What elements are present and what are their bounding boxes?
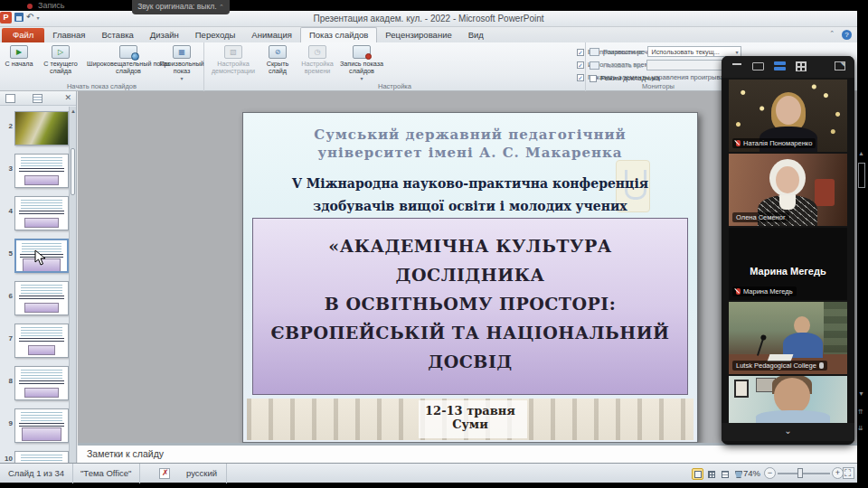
presenter-view-checkbox[interactable]: Режим докладчика	[590, 74, 660, 82]
spelling-status-icon[interactable]	[159, 468, 170, 479]
hide-slide-button[interactable]: ⊘ Скрыть слайд	[260, 45, 295, 76]
mouse-cursor	[34, 249, 47, 266]
checkbox-icon	[577, 61, 584, 69]
screen: Запись Звук оригинала: выкл. ⌃ Презентац…	[0, 0, 868, 488]
title-line: ЄВРОПЕЙСЬКІЙ ТА НАЦІОНАЛЬНИЙ	[253, 319, 687, 348]
slide-thumbnail[interactable]	[14, 408, 69, 443]
language-indicator[interactable]: русский	[177, 464, 227, 483]
group-start-slideshow: ▶ С начала ▷ С текущего слайда Широковещ…	[0, 42, 204, 91]
tab-transitions[interactable]: Переходы	[187, 28, 244, 42]
participant-video-tile[interactable]: Наталія Пономаренко	[729, 80, 847, 152]
custom-slideshow-button[interactable]: ▦ Произвольный показ ▾	[161, 45, 203, 81]
thumbnail-preview	[19, 296, 64, 301]
resolution-icon	[590, 48, 599, 56]
group-label: Мониторы	[586, 82, 731, 90]
zoom-slider-thumb[interactable]	[797, 468, 803, 478]
thumbnail-preview	[19, 380, 64, 386]
slide-sorter-view-button[interactable]	[705, 468, 717, 480]
reading-view-button[interactable]	[719, 468, 731, 480]
show-on-dropdown[interactable]: ▾	[646, 60, 733, 70]
chevron-down-icon: ⌄	[784, 426, 791, 436]
slide-thumbnail[interactable]	[14, 451, 69, 463]
conference-name: V Міжнародна науково-практична конференц…	[243, 173, 697, 217]
tab-review[interactable]: Рецензирование	[377, 28, 459, 42]
slides-tab-icon[interactable]	[5, 94, 15, 103]
thumbnail-preview	[21, 412, 62, 421]
close-pane-icon[interactable]: ✕	[64, 93, 71, 102]
normal-view-button[interactable]	[692, 468, 703, 480]
save-icon[interactable]	[14, 13, 24, 22]
next-slide-icon[interactable]: ⇊	[858, 425, 863, 432]
checkbox-icon	[590, 75, 597, 82]
participant-video-tile-camera-off[interactable]: Марина Мегедь Марина Мегедь	[729, 228, 847, 300]
from-beginning-button[interactable]: ▶ С начала	[2, 45, 36, 68]
tab-insert[interactable]: Вставка	[94, 28, 142, 42]
rehearse-timings-button[interactable]: ◷ Настройка времени	[297, 45, 338, 76]
participant-figure	[776, 96, 801, 125]
record-slideshow-button[interactable]: Запись показа слайдов ▾	[340, 45, 383, 81]
zoom-out-button[interactable]: −	[764, 467, 776, 479]
building-photo-strip: 12-13 травня Суми	[247, 399, 693, 440]
muted-mic-icon	[736, 288, 741, 295]
notes-area[interactable]: Заметки к слайду	[78, 443, 857, 463]
participant-name-badge: Lutsk Pedagogical College	[732, 361, 827, 371]
minimize-ribbon-icon[interactable]: ⌃	[829, 30, 835, 40]
gallery-view-icon[interactable]	[796, 61, 807, 71]
original-sound-toggle[interactable]: Звук оригинала: выкл. ⌃	[132, 0, 230, 14]
scrollbar-thumb[interactable]	[858, 163, 865, 188]
status-bar: Слайд 1 из 34 "Тема Office" русский 74% …	[0, 463, 857, 483]
show-on-icon	[590, 61, 599, 70]
outline-tab-icon[interactable]	[33, 94, 42, 103]
setup-slideshow-button[interactable]: ▧ Настройка демонстрации	[208, 45, 259, 76]
tab-home[interactable]: Главная	[44, 28, 93, 42]
tab-design[interactable]: Дизайн	[142, 28, 187, 42]
button-label: Настройка демонстрации	[208, 61, 259, 76]
speaker-view-icon[interactable]	[752, 62, 764, 70]
zoom-percentage[interactable]: 74%	[743, 464, 760, 483]
scrollbar-thumb[interactable]	[71, 148, 75, 195]
video-call-panel: Наталія Пономаренко Олена Семеног Марина…	[722, 56, 854, 445]
scroll-down-icon[interactable]: ▼	[858, 390, 864, 397]
tab-file[interactable]: Файл	[2, 28, 44, 42]
thumbnail-preview	[19, 168, 64, 174]
participant-name-badge: Марина Мегедь	[732, 286, 797, 296]
slide-thumbnail[interactable]	[14, 366, 69, 400]
tab-animations[interactable]: Анимация	[243, 28, 300, 42]
monitor-play-icon: ▶	[10, 45, 28, 59]
ribbon-extras: ⌃ ?	[829, 30, 852, 40]
tab-view[interactable]: Вид	[460, 28, 492, 42]
minimize-icon[interactable]	[732, 63, 741, 65]
strip-view-active-icon[interactable]	[774, 61, 786, 71]
popout-icon[interactable]	[835, 61, 845, 70]
mic-icon	[819, 362, 824, 369]
slide-canvas[interactable]: Сумський державний педагогічний універси…	[242, 112, 698, 443]
thumbnail-number: 6	[4, 292, 13, 300]
slide-title-box[interactable]: «АКАДЕМІЧНА КУЛЬТУРА ДОСЛІДНИКА В ОСВІТН…	[252, 218, 688, 395]
window-title: Презентация академ. кул. - 2022 - Micros…	[0, 14, 857, 23]
scroll-up-icon[interactable]: ▲	[858, 150, 864, 156]
help-icon[interactable]: ?	[842, 30, 852, 40]
tab-slideshow[interactable]: Показ слайдов	[300, 27, 377, 42]
fit-to-window-button[interactable]	[843, 467, 854, 479]
scroll-up-icon[interactable]: ▲	[71, 108, 76, 114]
slide-counter: Слайд 1 из 34	[0, 464, 73, 483]
slide-thumbnail[interactable]	[14, 281, 69, 315]
participant-video-tile[interactable]: Олена Семеног	[729, 154, 847, 226]
slide-thumbnail[interactable]	[14, 154, 69, 188]
checkbox-label: Режим докладчика	[600, 74, 660, 82]
event-date: 12-13 травня	[247, 404, 693, 418]
thumbnail-scrollbar[interactable]: ▲	[69, 107, 76, 463]
collapse-panel-button[interactable]: ⌄	[722, 423, 854, 441]
previous-slide-icon[interactable]: ⇈	[858, 408, 863, 416]
zoom-slider-track[interactable]	[778, 473, 830, 474]
video-panel-toolbar	[722, 56, 854, 78]
resolution-value: Использовать текущ...	[651, 48, 719, 56]
slide-thumbnail[interactable]	[14, 111, 69, 145]
participant-video-tile[interactable]	[729, 376, 847, 423]
slide-thumbnail[interactable]	[14, 324, 69, 358]
slide-thumbnail[interactable]	[14, 196, 69, 230]
participant-figure	[756, 410, 830, 423]
dropdown-arrow-icon: ▾	[735, 49, 738, 55]
from-current-slide-button[interactable]: ▷ С текущего слайда	[38, 45, 83, 76]
participant-video-tile[interactable]: Lutsk Pedagogical College	[729, 302, 847, 374]
